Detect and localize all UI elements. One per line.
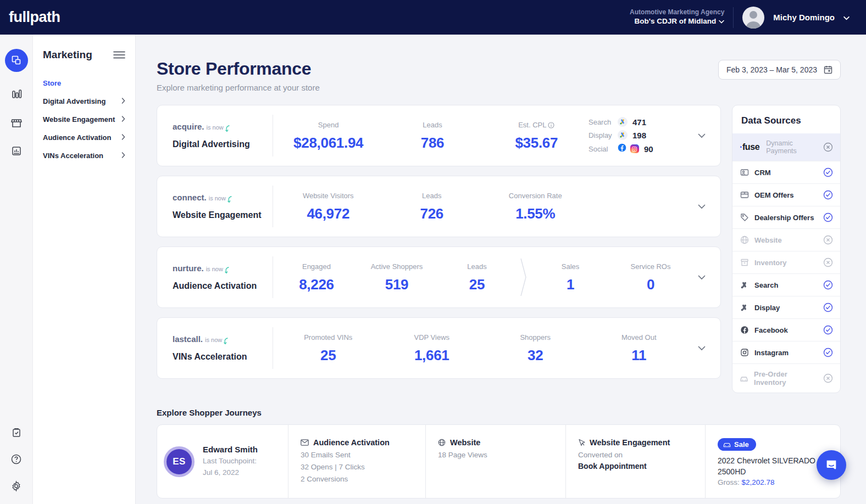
- cursor-icon: [578, 439, 585, 446]
- data-source-inventory[interactable]: Inventory: [732, 251, 840, 273]
- leads-value: 786: [380, 135, 484, 152]
- gross-label: Gross:: [718, 478, 740, 486]
- card-title: Digital Advertising: [173, 139, 273, 149]
- help-nav-icon[interactable]: [10, 453, 22, 465]
- expand-card-chevron-icon[interactable]: [691, 275, 713, 280]
- brand-nurture: nurture.: [173, 264, 204, 273]
- clipboard-check-icon: [11, 427, 22, 438]
- visitors-value: 46,972: [276, 205, 380, 222]
- info-icon[interactable]: [548, 122, 554, 128]
- search-count: 471: [632, 117, 646, 127]
- expand-card-chevron-icon[interactable]: [691, 204, 713, 209]
- chat-icon: [824, 458, 839, 472]
- offers-window-icon: [740, 191, 749, 199]
- swirl-arrow-icon: [223, 338, 229, 345]
- opens-clicks: 32 Opens | 7 Clicks: [301, 463, 425, 471]
- sales-value: 1: [530, 276, 610, 293]
- vehicle-name: 2022 Chevrolet SILVERADO 2500HD: [718, 456, 833, 477]
- last-touchpoint-label: Last Touchpoint:: [203, 457, 257, 465]
- car-icon: [723, 441, 731, 447]
- sidebar-item-store[interactable]: Store: [43, 74, 125, 92]
- globe-icon: [438, 439, 446, 446]
- swirl-arrow-icon: [224, 125, 231, 133]
- check-circle-icon[interactable]: [823, 325, 833, 335]
- envelope-icon: [301, 439, 309, 446]
- sidebar-item-vins-acceleration[interactable]: VINs Acceleration: [43, 147, 125, 165]
- brand-acquire: acquire.: [173, 122, 204, 131]
- data-source-search[interactable]: Search: [732, 273, 840, 296]
- leads-value: 726: [380, 205, 484, 222]
- sidebar-item-website-engagement[interactable]: Website Engagement: [43, 110, 125, 128]
- dealership-name: Bob's CDJR of Midland: [635, 16, 717, 26]
- gross-value: $2,202.78: [742, 478, 775, 486]
- data-source-website[interactable]: Website: [732, 228, 840, 251]
- converted-on-label: Converted on: [578, 451, 705, 459]
- x-circle-icon[interactable]: [823, 257, 833, 267]
- overlapping-squares-icon: [11, 55, 22, 66]
- social-count: 90: [644, 144, 653, 154]
- user-menu-chevron-icon[interactable]: [843, 13, 850, 23]
- expand-card-chevron-icon[interactable]: [691, 133, 713, 138]
- data-source-instagram[interactable]: Instagram: [732, 341, 840, 363]
- check-circle-icon[interactable]: [823, 348, 833, 357]
- data-source-oem-offers[interactable]: OEM Offers: [732, 183, 840, 206]
- instagram-icon: [740, 348, 749, 357]
- sidebar-item-audience-activation[interactable]: Audience Activation: [43, 128, 125, 147]
- facebook-icon: [618, 143, 626, 154]
- data-source-fuse[interactable]: ·fuse Dynamic Payments: [732, 133, 840, 161]
- card-title: VINs Acceleration: [173, 352, 273, 362]
- check-circle-icon[interactable]: [823, 190, 833, 200]
- data-source-dealership-offers[interactable]: Dealership Offers: [732, 206, 840, 228]
- emails-sent: 30 Emails Sent: [301, 451, 425, 459]
- date-range-picker[interactable]: Feb 3, 2023 – Mar 5, 2023: [718, 60, 841, 80]
- journey-card-edward-smith[interactable]: ES Edward Smith Last Touchpoint: Jul 6, …: [157, 424, 841, 499]
- card-digital-advertising: acquire.is now Digital Advertising Spend…: [157, 105, 721, 166]
- chevron-right-icon: [121, 97, 125, 105]
- journey-audience-activation: Audience Activation 30 Emails Sent 32 Op…: [288, 425, 425, 498]
- brand-connect: connect.: [173, 193, 207, 202]
- user-avatar[interactable]: [742, 7, 764, 29]
- engaged-value: 8,226: [276, 276, 357, 293]
- check-circle-icon[interactable]: [823, 167, 833, 177]
- account-switcher[interactable]: Automotive Marketing Agency Bob's CDJR o…: [630, 8, 724, 26]
- data-source-display[interactable]: Display: [732, 296, 840, 318]
- google-ads-icon: [618, 117, 628, 127]
- marketing-nav-icon[interactable]: [5, 49, 28, 72]
- gear-icon: [10, 480, 22, 492]
- check-circle-icon[interactable]: [823, 280, 833, 290]
- service-ros-value: 0: [610, 276, 691, 293]
- cpl-value: $35.67: [485, 135, 589, 152]
- conversions: 2 Conversions: [301, 475, 425, 483]
- chevron-down-icon: [719, 16, 724, 26]
- conversion-event: Book Appointment: [578, 462, 705, 471]
- analytics-nav-icon[interactable]: [10, 88, 23, 100]
- store-nav-icon[interactable]: [10, 117, 23, 129]
- x-circle-icon[interactable]: [823, 142, 833, 152]
- spend-value: $28,061.94: [276, 135, 380, 152]
- data-sources-title: Data Sources: [732, 105, 840, 133]
- shoppers-value: 32: [484, 347, 587, 364]
- expand-card-chevron-icon[interactable]: [691, 346, 713, 351]
- data-source-crm[interactable]: CRM: [732, 161, 840, 183]
- check-circle-icon[interactable]: [823, 303, 833, 312]
- hamburger-menu-icon[interactable]: [113, 51, 125, 59]
- sale-badge: Sale: [718, 438, 756, 451]
- journey-website: Website 18 Page Views: [425, 425, 565, 498]
- sidebar-title: Marketing: [43, 49, 92, 61]
- x-circle-icon[interactable]: [823, 373, 833, 383]
- chat-launcher[interactable]: [817, 450, 846, 480]
- channel-breakdown: Search 471 Display 198 Soc: [589, 117, 691, 154]
- check-circle-icon[interactable]: [823, 212, 833, 222]
- sidebar: Marketing Store Digital Advertising Webs…: [33, 35, 136, 504]
- x-circle-icon[interactable]: [823, 235, 833, 245]
- settings-nav-icon[interactable]: [10, 480, 22, 492]
- data-source-pre-order-inventory[interactable]: Pre-Order Inventory: [732, 363, 840, 393]
- reports-nav-icon[interactable]: [11, 145, 22, 156]
- chevron-right-icon: [121, 133, 125, 142]
- sidebar-item-digital-advertising[interactable]: Digital Advertising: [43, 92, 125, 110]
- active-shoppers-value: 519: [357, 276, 437, 293]
- data-sources-panel: Data Sources ·fuse Dynamic Payments CRM: [732, 105, 841, 393]
- instagram-icon: [630, 144, 639, 153]
- tasks-nav-icon[interactable]: [11, 427, 22, 438]
- data-source-facebook[interactable]: Facebook: [732, 318, 840, 341]
